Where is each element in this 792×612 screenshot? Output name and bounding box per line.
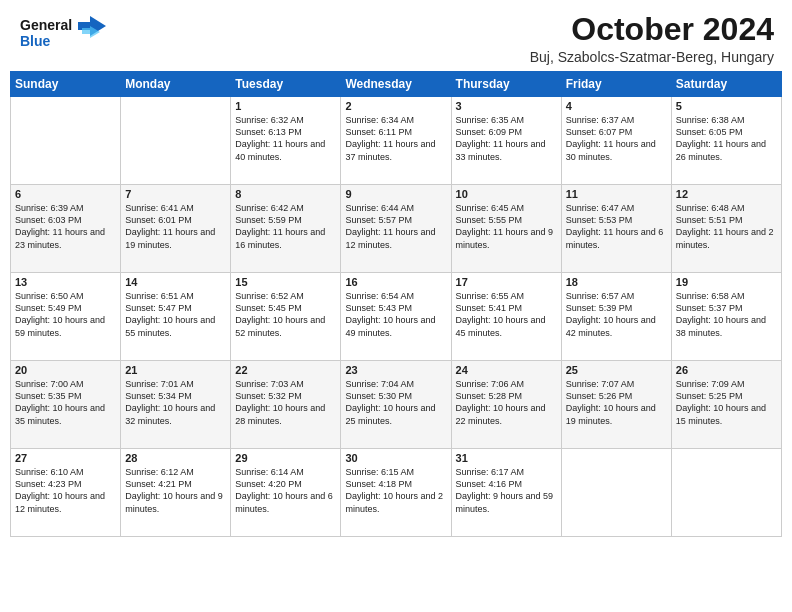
cell-info-line: Sunrise: 6:58 AM (676, 290, 777, 302)
cell-info-line: Sunrise: 6:45 AM (456, 202, 557, 214)
day-number: 28 (125, 452, 226, 464)
cell-info-line: Daylight: 10 hours and 2 minutes. (345, 490, 446, 514)
cell-week4-day3: 23Sunrise: 7:04 AMSunset: 5:30 PMDayligh… (341, 361, 451, 449)
col-saturday: Saturday (671, 72, 781, 97)
day-number: 1 (235, 100, 336, 112)
cell-info-line: Sunset: 5:34 PM (125, 390, 226, 402)
cell-info-line: Sunset: 5:49 PM (15, 302, 116, 314)
cell-info-line: Daylight: 11 hours and 19 minutes. (125, 226, 226, 250)
day-number: 18 (566, 276, 667, 288)
day-number: 6 (15, 188, 116, 200)
day-number: 31 (456, 452, 557, 464)
cell-info-line: Daylight: 11 hours and 16 minutes. (235, 226, 336, 250)
cell-info-line: Daylight: 10 hours and 19 minutes. (566, 402, 667, 426)
cell-info-line: Daylight: 11 hours and 9 minutes. (456, 226, 557, 250)
cell-info-line: Daylight: 10 hours and 15 minutes. (676, 402, 777, 426)
calendar-container: Sunday Monday Tuesday Wednesday Thursday… (10, 71, 782, 604)
cell-info-line: Sunset: 6:09 PM (456, 126, 557, 138)
col-thursday: Thursday (451, 72, 561, 97)
cell-info-line: Daylight: 10 hours and 59 minutes. (15, 314, 116, 338)
cell-week1-day3: 2Sunrise: 6:34 AMSunset: 6:11 PMDaylight… (341, 97, 451, 185)
day-number: 29 (235, 452, 336, 464)
day-number: 16 (345, 276, 446, 288)
cell-info-line: Daylight: 9 hours and 59 minutes. (456, 490, 557, 514)
cell-week4-day2: 22Sunrise: 7:03 AMSunset: 5:32 PMDayligh… (231, 361, 341, 449)
cell-week2-day1: 7Sunrise: 6:41 AMSunset: 6:01 PMDaylight… (121, 185, 231, 273)
day-number: 12 (676, 188, 777, 200)
cell-info-line: Daylight: 11 hours and 30 minutes. (566, 138, 667, 162)
cell-week5-day6 (671, 449, 781, 537)
day-number: 5 (676, 100, 777, 112)
cell-info-line: Sunrise: 6:51 AM (125, 290, 226, 302)
cell-info-line: Sunrise: 6:14 AM (235, 466, 336, 478)
cell-week3-day4: 17Sunrise: 6:55 AMSunset: 5:41 PMDayligh… (451, 273, 561, 361)
cell-info-line: Daylight: 10 hours and 32 minutes. (125, 402, 226, 426)
day-number: 20 (15, 364, 116, 376)
col-friday: Friday (561, 72, 671, 97)
cell-info-line: Sunrise: 6:42 AM (235, 202, 336, 214)
cell-info-line: Sunset: 5:47 PM (125, 302, 226, 314)
col-monday: Monday (121, 72, 231, 97)
cell-info-line: Sunset: 6:07 PM (566, 126, 667, 138)
cell-info-line: Daylight: 10 hours and 52 minutes. (235, 314, 336, 338)
calendar-table: Sunday Monday Tuesday Wednesday Thursday… (10, 71, 782, 537)
cell-info-line: Sunrise: 6:44 AM (345, 202, 446, 214)
week-row-2: 6Sunrise: 6:39 AMSunset: 6:03 PMDaylight… (11, 185, 782, 273)
cell-info-line: Sunrise: 6:38 AM (676, 114, 777, 126)
cell-week4-day0: 20Sunrise: 7:00 AMSunset: 5:35 PMDayligh… (11, 361, 121, 449)
cell-info-line: Sunset: 5:57 PM (345, 214, 446, 226)
cell-week1-day2: 1Sunrise: 6:32 AMSunset: 6:13 PMDaylight… (231, 97, 341, 185)
cell-week2-day2: 8Sunrise: 6:42 AMSunset: 5:59 PMDaylight… (231, 185, 341, 273)
cell-info-line: Sunset: 5:53 PM (566, 214, 667, 226)
cell-info-line: Daylight: 11 hours and 12 minutes. (345, 226, 446, 250)
cell-week1-day4: 3Sunrise: 6:35 AMSunset: 6:09 PMDaylight… (451, 97, 561, 185)
title-area: October 2024 Buj, Szabolcs-Szatmar-Bereg… (530, 12, 774, 65)
cell-week2-day3: 9Sunrise: 6:44 AMSunset: 5:57 PMDaylight… (341, 185, 451, 273)
cell-info-line: Daylight: 11 hours and 33 minutes. (456, 138, 557, 162)
cell-info-line: Sunset: 5:43 PM (345, 302, 446, 314)
day-number: 13 (15, 276, 116, 288)
cell-week1-day5: 4Sunrise: 6:37 AMSunset: 6:07 PMDaylight… (561, 97, 671, 185)
day-number: 4 (566, 100, 667, 112)
header: General Blue October 2024 Buj, Szabolcs-… (0, 0, 792, 71)
cell-info-line: Sunset: 4:18 PM (345, 478, 446, 490)
cell-info-line: Sunset: 5:32 PM (235, 390, 336, 402)
cell-info-line: Sunset: 5:35 PM (15, 390, 116, 402)
cell-info-line: Sunrise: 6:50 AM (15, 290, 116, 302)
month-title: October 2024 (530, 12, 774, 47)
cell-info-line: Sunrise: 6:12 AM (125, 466, 226, 478)
day-number: 3 (456, 100, 557, 112)
cell-info-line: Daylight: 10 hours and 49 minutes. (345, 314, 446, 338)
cell-week3-day0: 13Sunrise: 6:50 AMSunset: 5:49 PMDayligh… (11, 273, 121, 361)
cell-week1-day1 (121, 97, 231, 185)
cell-info-line: Sunrise: 6:35 AM (456, 114, 557, 126)
cell-info-line: Sunset: 5:45 PM (235, 302, 336, 314)
cell-week1-day6: 5Sunrise: 6:38 AMSunset: 6:05 PMDaylight… (671, 97, 781, 185)
day-number: 15 (235, 276, 336, 288)
day-number: 10 (456, 188, 557, 200)
cell-info-line: Sunrise: 6:32 AM (235, 114, 336, 126)
cell-info-line: Sunset: 5:39 PM (566, 302, 667, 314)
cell-info-line: Sunrise: 6:52 AM (235, 290, 336, 302)
week-row-1: 1Sunrise: 6:32 AMSunset: 6:13 PMDaylight… (11, 97, 782, 185)
day-number: 23 (345, 364, 446, 376)
cell-info-line: Sunset: 6:03 PM (15, 214, 116, 226)
day-number: 14 (125, 276, 226, 288)
cell-week4-day4: 24Sunrise: 7:06 AMSunset: 5:28 PMDayligh… (451, 361, 561, 449)
cell-info-line: Sunrise: 7:09 AM (676, 378, 777, 390)
day-number: 30 (345, 452, 446, 464)
cell-week1-day0 (11, 97, 121, 185)
cell-info-line: Sunset: 5:55 PM (456, 214, 557, 226)
svg-text:Blue: Blue (20, 33, 51, 49)
cell-info-line: Daylight: 10 hours and 28 minutes. (235, 402, 336, 426)
cell-info-line: Sunset: 5:30 PM (345, 390, 446, 402)
cell-info-line: Daylight: 11 hours and 40 minutes. (235, 138, 336, 162)
cell-info-line: Sunset: 5:41 PM (456, 302, 557, 314)
day-number: 11 (566, 188, 667, 200)
cell-week3-day1: 14Sunrise: 6:51 AMSunset: 5:47 PMDayligh… (121, 273, 231, 361)
cell-week2-day0: 6Sunrise: 6:39 AMSunset: 6:03 PMDaylight… (11, 185, 121, 273)
cell-info-line: Daylight: 10 hours and 38 minutes. (676, 314, 777, 338)
cell-info-line: Sunset: 6:11 PM (345, 126, 446, 138)
location-title: Buj, Szabolcs-Szatmar-Bereg, Hungary (530, 49, 774, 65)
cell-info-line: Daylight: 10 hours and 42 minutes. (566, 314, 667, 338)
